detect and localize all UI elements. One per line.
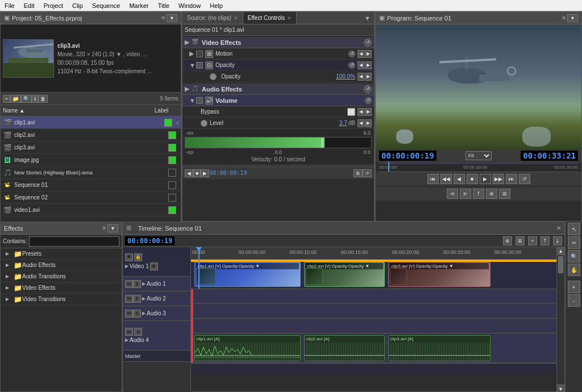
- tool-razor[interactable]: ✂: [568, 236, 580, 249]
- video-clip-2[interactable]: clip2.avi [V] Opacity:Opacity ▼: [304, 262, 384, 287]
- menu-window[interactable]: Window: [174, 2, 205, 9]
- list-item[interactable]: 🎬 clip1.avi ◀: [1, 116, 181, 129]
- monitor-btn-mark-out[interactable]: ⊳: [460, 189, 471, 199]
- tab-ec-close[interactable]: ✕: [287, 15, 292, 21]
- audio-clip-1[interactable]: clip1.avi [A]: [194, 335, 300, 361]
- monitor-btn-play[interactable]: ▶: [480, 174, 491, 184]
- ae-reset-btn[interactable]: ↺: [364, 85, 372, 93]
- project-delete-btn[interactable]: 🗑: [38, 95, 48, 103]
- a3-mute-btn[interactable]: M: [125, 310, 133, 318]
- monitor-btn-stepfwd[interactable]: ⏭: [506, 174, 517, 184]
- menu-title[interactable]: Title: [153, 2, 174, 9]
- monitor-btn-back[interactable]: ◀: [454, 174, 465, 184]
- ec-go-prev-btn[interactable]: ◀: [185, 169, 193, 177]
- opacity-expand[interactable]: ▼: [189, 62, 195, 69]
- bypass-checkbox[interactable]: [347, 108, 355, 116]
- ec-export-btn[interactable]: ↗: [363, 169, 372, 177]
- monitor-btn-back1[interactable]: ◀◀: [440, 174, 452, 184]
- list-item[interactable]: 🎬 clip3.avi: [1, 141, 181, 154]
- level-next-btn[interactable]: ▶: [365, 119, 372, 127]
- tl-btn-lift[interactable]: ⤒: [541, 236, 550, 245]
- project-folder-btn[interactable]: 📁: [10, 95, 21, 103]
- tl-btn-link[interactable]: ⊞: [516, 236, 525, 245]
- ec-rec-btn[interactable]: ⊕: [354, 169, 363, 177]
- monitor-btn-extract[interactable]: ⊗: [486, 189, 497, 199]
- effects-menu-btn[interactable]: ▼: [107, 224, 118, 232]
- bypass-prev-btn[interactable]: ◀: [357, 108, 364, 116]
- effects-close-btn[interactable]: ✕: [102, 225, 106, 231]
- tool-hand[interactable]: ✋: [568, 264, 580, 276]
- ve-expand-icon[interactable]: ▶: [185, 39, 190, 46]
- tool-zoom[interactable]: 🔍: [568, 250, 580, 262]
- tl-btn-extract[interactable]: ⤓: [553, 236, 562, 245]
- a1-expand-btn[interactable]: ▶: [142, 281, 146, 286]
- ve-reset-btn[interactable]: ↺: [364, 39, 372, 47]
- menu-edit[interactable]: Edit: [19, 2, 39, 9]
- program-close-btn[interactable]: ✕: [562, 15, 566, 21]
- monitor-btn-stepback[interactable]: ⏮: [427, 174, 439, 184]
- a3-solo-btn[interactable]: S: [133, 310, 141, 318]
- project-info-btn[interactable]: ℹ: [32, 95, 38, 103]
- tab-source[interactable]: Source: (no clips) ✕: [182, 12, 243, 24]
- monitor-btn-lift[interactable]: ⤒: [473, 189, 484, 199]
- list-item[interactable]: 🎬 video1.avi: [1, 204, 181, 216]
- timeline-close-btn[interactable]: ✕: [556, 225, 561, 231]
- menu-project[interactable]: Project: [39, 2, 68, 9]
- project-menu-btn[interactable]: ▼: [167, 14, 177, 22]
- opacity-value[interactable]: 100.0%: [336, 73, 355, 80]
- a2-solo-btn[interactable]: S: [133, 295, 141, 303]
- bypass-next-btn[interactable]: ▶: [365, 108, 372, 116]
- level-value[interactable]: 3.7: [339, 120, 347, 126]
- list-item[interactable]: 🖼 image.jpg: [1, 154, 181, 166]
- opacity-reset-btn[interactable]: ↺: [348, 62, 355, 69]
- audio-clip-2[interactable]: clip2.avi [A]: [304, 335, 384, 361]
- a1-solo-btn[interactable]: S: [133, 280, 141, 288]
- opacity-prev-btn[interactable]: ◀: [357, 61, 364, 69]
- a2-expand-btn[interactable]: ▶: [142, 296, 146, 301]
- list-item[interactable]: 🎵 New Stories (Highway Blues).wma: [1, 166, 181, 179]
- opacity-val-prev-btn[interactable]: ◀: [357, 73, 364, 81]
- effects-search-input[interactable]: [29, 236, 119, 247]
- motion-reset-btn[interactable]: ↺: [348, 51, 355, 57]
- vscroll-up-btn[interactable]: ▲: [557, 247, 564, 255]
- opacity-next-btn[interactable]: ▶: [365, 61, 372, 69]
- ec-stop-btn[interactable]: ■: [193, 169, 201, 177]
- a4-expand-btn[interactable]: ▶: [125, 337, 128, 343]
- volume-expand[interactable]: ▼: [189, 97, 195, 104]
- ae-expand-icon[interactable]: ▶: [185, 85, 190, 93]
- motion-prev-btn[interactable]: ◀: [357, 50, 364, 58]
- project-find-btn[interactable]: 🔍: [21, 95, 32, 103]
- a3-expand-btn[interactable]: ▶: [142, 311, 146, 316]
- tool-zoom-out[interactable]: -: [568, 294, 580, 307]
- volume-checkbox[interactable]: [196, 97, 203, 104]
- video-clip-1[interactable]: clip1.avi [V] Opacity:Opacity ▼: [194, 262, 300, 287]
- monitor-fit-select[interactable]: Fit 25% 50% 100%: [465, 151, 492, 160]
- list-item[interactable]: 📽 Sequence 01: [1, 179, 181, 191]
- effects-item-video-effects[interactable]: ▶ 📁 Video Effects: [1, 282, 122, 294]
- project-new-btn[interactable]: +: [3, 95, 10, 103]
- effects-item-video-transitions[interactable]: ▶ 📁 Video Transitions: [1, 294, 122, 305]
- menu-sequence[interactable]: Sequence: [88, 2, 125, 9]
- list-item[interactable]: 📽 Sequence 02: [1, 191, 181, 204]
- menu-file[interactable]: File: [0, 2, 19, 9]
- level-handle[interactable]: [321, 137, 323, 148]
- monitor-btn-loop[interactable]: ↺: [519, 174, 530, 184]
- tool-zoom-in[interactable]: +: [568, 281, 580, 293]
- list-item[interactable]: 🎬 clip2.avi: [1, 129, 181, 141]
- tool-select[interactable]: ↖: [568, 223, 580, 235]
- tab-effect-controls[interactable]: Effect Controls ✕: [243, 12, 297, 24]
- menu-help[interactable]: Help: [205, 2, 227, 9]
- v1-sync-btn[interactable]: ⊕: [150, 262, 158, 270]
- motion-expand[interactable]: ▶: [189, 50, 195, 57]
- volume-reset-btn[interactable]: ↺: [365, 97, 372, 104]
- monitor-btn-fwd[interactable]: ▶▶: [493, 174, 504, 184]
- video-clip-3[interactable]: clip3.avi [V] Opacity:Opacity ▼: [388, 262, 490, 287]
- menu-marker[interactable]: Marker: [124, 2, 153, 9]
- motion-next-btn[interactable]: ▶: [365, 50, 372, 58]
- opacity-checkbox[interactable]: [196, 62, 203, 69]
- v1-expand-btn[interactable]: ▶: [125, 264, 128, 269]
- a4-solo-btn[interactable]: S: [134, 328, 142, 336]
- program-menu-btn[interactable]: ▼: [567, 14, 578, 22]
- opacity-kf-icon[interactable]: [210, 73, 217, 80]
- tl-btn-snap[interactable]: ⊕: [503, 236, 512, 245]
